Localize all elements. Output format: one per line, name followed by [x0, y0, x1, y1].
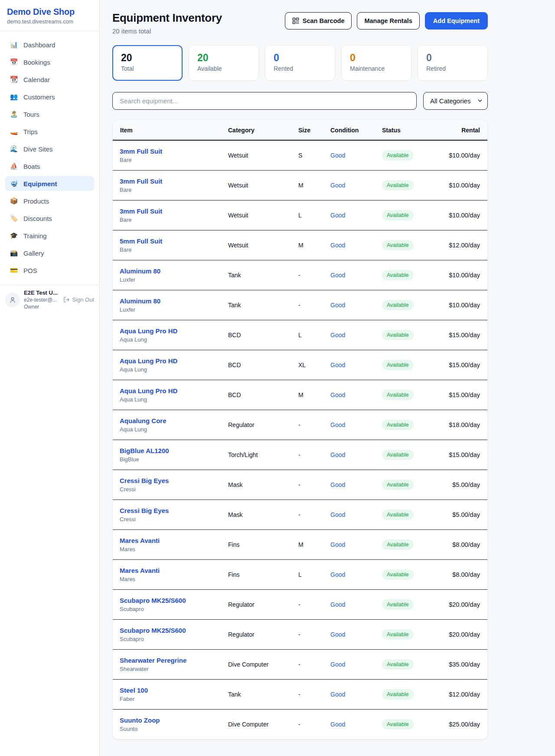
sidebar-item-discounts[interactable]: 🏷️ Discounts [5, 211, 94, 226]
table-row[interactable]: Aqua Lung Pro HD Aqua Lung BCD M Good Av… [113, 380, 487, 410]
stat-card-retired[interactable]: 0 Retired [418, 45, 488, 81]
item-name-link[interactable]: Cressi Big Eyes [120, 507, 214, 514]
item-name-link[interactable]: Aqua Lung Pro HD [120, 327, 214, 335]
table-row[interactable]: Steel 100 Faber Tank - Good Available $1… [113, 679, 487, 709]
sidebar-item-products[interactable]: 📦 Products [5, 194, 94, 208]
table-row[interactable]: Mares Avanti Mares Fins L Good Available… [113, 559, 487, 589]
item-name-link[interactable]: Steel 100 [120, 687, 214, 694]
item-condition-link[interactable]: Good [330, 152, 345, 159]
add-equipment-button[interactable]: Add Equipment [425, 12, 488, 30]
item-name-link[interactable]: Aqualung Core [120, 417, 214, 424]
table-row[interactable]: Aluminum 80 Luxfer Tank - Good Available… [113, 290, 487, 320]
sidebar-item-pos[interactable]: 💳 POS [5, 263, 94, 278]
item-condition-link[interactable]: Good [330, 511, 345, 518]
table-row[interactable]: Aqua Lung Pro HD Aqua Lung BCD L Good Av… [113, 320, 487, 350]
item-condition-link[interactable]: Good [330, 421, 345, 428]
table-row[interactable]: 3mm Full Suit Bare Wetsuit S Good Availa… [113, 140, 487, 170]
table-row[interactable]: Aqua Lung Pro HD Aqua Lung BCD XL Good A… [113, 350, 487, 380]
sidebar-item-dive-sites[interactable]: 🌊 Dive Sites [5, 141, 94, 156]
item-condition-link[interactable]: Good [330, 631, 345, 638]
item-condition-link[interactable]: Good [330, 571, 345, 578]
item-condition-link[interactable]: Good [330, 691, 345, 698]
item-name-link[interactable]: Cressi Big Eyes [120, 477, 214, 484]
manage-rentals-button[interactable]: Manage Rentals [357, 12, 419, 30]
table-row[interactable]: Aluminum 80 Luxfer Tank - Good Available… [113, 260, 487, 290]
item-name-link[interactable]: Mares Avanti [120, 537, 214, 544]
sidebar: Demo Dive Shop demo.test.divestreams.com… [0, 0, 100, 756]
sidebar-item-dashboard[interactable]: 📊 Dashboard [5, 37, 94, 52]
item-size: - [291, 619, 323, 649]
item-condition-link[interactable]: Good [330, 242, 345, 249]
sidebar-item-bookings[interactable]: 📅 Bookings [5, 55, 94, 69]
item-condition-link[interactable]: Good [330, 661, 345, 668]
item-name-link[interactable]: Aluminum 80 [120, 297, 214, 305]
item-name-link[interactable]: Scubapro MK25/S600 [120, 597, 214, 604]
status-badge: Available [382, 390, 414, 400]
item-name-link[interactable]: BigBlue AL1200 [120, 447, 214, 454]
item-category: Dive Computer [221, 709, 291, 739]
item-condition-link[interactable]: Good [330, 721, 345, 728]
item-condition-link[interactable]: Good [330, 332, 345, 339]
item-condition-link[interactable]: Good [330, 272, 345, 279]
item-condition-link[interactable]: Good [330, 362, 345, 368]
table-row[interactable]: Mares Avanti Mares Fins M Good Available… [113, 529, 487, 559]
item-condition-link[interactable]: Good [330, 481, 345, 488]
sidebar-item-boats[interactable]: ⛵ Boats [5, 159, 94, 174]
item-condition-link[interactable]: Good [330, 302, 345, 309]
shop-domain: demo.test.divestreams.com [7, 19, 92, 25]
item-condition-link[interactable]: Good [330, 451, 345, 458]
calendar-date-icon: 📅 [10, 58, 18, 66]
item-name-link[interactable]: Aqua Lung Pro HD [120, 387, 214, 394]
table-row[interactable]: Scubapro MK25/S600 Scubapro Regulator - … [113, 619, 487, 649]
column-header-condition: Condition [323, 120, 375, 140]
sidebar-item-customers[interactable]: 👥 Customers [5, 89, 94, 104]
table-row[interactable]: BigBlue AL1200 BigBlue Torch/Light - Goo… [113, 440, 487, 470]
sidebar-item-equipment[interactable]: 🤿 Equipment [5, 176, 94, 191]
item-condition-link[interactable]: Good [330, 182, 345, 189]
scan-barcode-button[interactable]: Scan Barcode [285, 12, 352, 30]
item-name-link[interactable]: 3mm Full Suit [120, 148, 214, 155]
item-name-link[interactable]: 3mm Full Suit [120, 177, 214, 185]
table-row[interactable]: Aqualung Core Aqua Lung Regulator - Good… [113, 410, 487, 440]
search-input[interactable] [112, 92, 417, 110]
item-name-link[interactable]: Suunto Zoop [120, 717, 214, 724]
stat-label: Rented [274, 65, 326, 72]
category-select[interactable]: All Categories [423, 92, 488, 110]
item-condition-link[interactable]: Good [330, 541, 345, 548]
sidebar-item-training[interactable]: 🎓 Training [5, 228, 94, 243]
item-brand: Bare [120, 157, 214, 163]
sidebar-item-calendar[interactable]: 📆 Calendar [5, 72, 94, 87]
item-condition-link[interactable]: Good [330, 601, 345, 608]
table-row[interactable]: Shearwater Peregrine Shearwater Dive Com… [113, 649, 487, 679]
item-name-link[interactable]: Mares Avanti [120, 567, 214, 574]
item-condition-link[interactable]: Good [330, 212, 345, 219]
item-name-link[interactable]: 5mm Full Suit [120, 237, 214, 245]
stat-card-maintenance[interactable]: 0 Maintenance [341, 45, 411, 81]
stat-value: 0 [350, 52, 403, 64]
sidebar-item-label: Dive Sites [23, 145, 53, 153]
stat-card-rented[interactable]: 0 Rented [265, 45, 335, 81]
sign-out-button[interactable]: Sign Out [63, 296, 94, 303]
item-condition-link[interactable]: Good [330, 391, 345, 398]
table-row[interactable]: 5mm Full Suit Bare Wetsuit M Good Availa… [113, 230, 487, 260]
table-row[interactable]: 3mm Full Suit Bare Wetsuit M Good Availa… [113, 170, 487, 200]
item-name-link[interactable]: 3mm Full Suit [120, 207, 214, 215]
sidebar-item-gallery[interactable]: 📸 Gallery [5, 246, 94, 260]
stat-card-available[interactable]: 20 Available [189, 45, 259, 81]
table-row[interactable]: Scubapro MK25/S600 Scubapro Regulator - … [113, 589, 487, 619]
item-rental: $18.00/day [438, 410, 487, 440]
item-name-link[interactable]: Scubapro MK25/S600 [120, 627, 214, 634]
table-row[interactable]: Suunto Zoop Suunto Dive Computer - Good … [113, 709, 487, 739]
item-name-link[interactable]: Aqua Lung Pro HD [120, 357, 214, 365]
table-row[interactable]: 3mm Full Suit Bare Wetsuit L Good Availa… [113, 200, 487, 230]
sidebar-item-trips[interactable]: 🚤 Trips [5, 124, 94, 139]
sidebar-item-tours[interactable]: 🏝️ Tours [5, 107, 94, 122]
item-size: - [291, 500, 323, 529]
item-name-link[interactable]: Shearwater Peregrine [120, 657, 214, 664]
status-badge: Available [382, 569, 414, 580]
scan-barcode-label: Scan Barcode [303, 17, 345, 24]
table-row[interactable]: Cressi Big Eyes Cressi Mask - Good Avail… [113, 500, 487, 529]
item-name-link[interactable]: Aluminum 80 [120, 267, 214, 275]
table-row[interactable]: Cressi Big Eyes Cressi Mask - Good Avail… [113, 470, 487, 500]
stat-card-total[interactable]: 20 Total [112, 45, 183, 81]
